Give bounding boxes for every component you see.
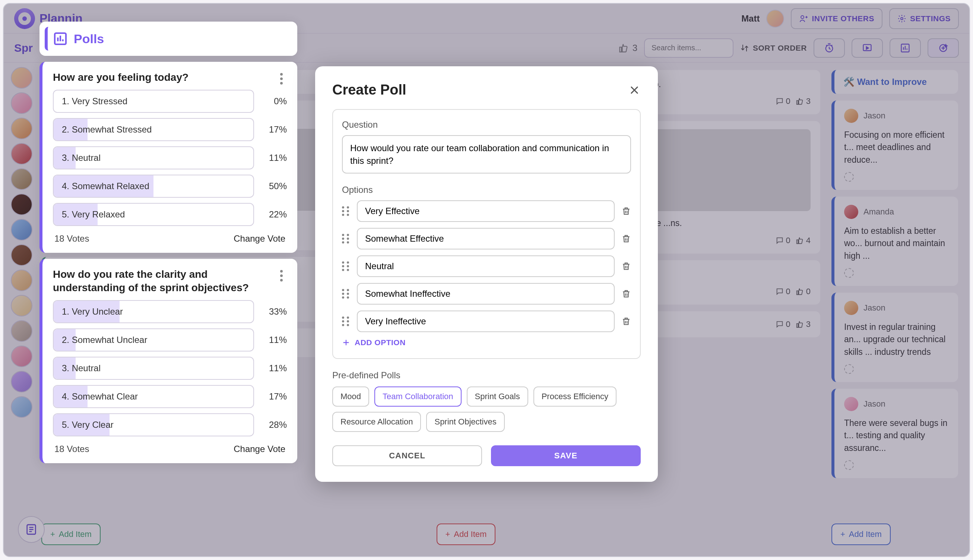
question-label: Question bbox=[342, 120, 631, 130]
delete-option-button[interactable] bbox=[621, 289, 631, 298]
options-label: Options bbox=[342, 185, 631, 195]
save-button[interactable]: SAVE bbox=[491, 445, 641, 466]
modal-title: Create Poll bbox=[332, 82, 406, 98]
delete-option-button[interactable] bbox=[621, 262, 631, 271]
create-poll-modal: Create Poll Question Options ADD OPTIO bbox=[315, 66, 658, 482]
drag-handle-icon[interactable] bbox=[342, 234, 350, 243]
add-option-button[interactable]: ADD OPTION bbox=[342, 338, 631, 347]
trash-icon bbox=[621, 262, 631, 271]
option-row bbox=[342, 283, 631, 305]
drag-handle-icon[interactable] bbox=[342, 262, 350, 271]
trash-icon bbox=[621, 206, 631, 216]
trash-icon bbox=[621, 234, 631, 243]
option-input[interactable] bbox=[357, 228, 615, 250]
option-input[interactable] bbox=[357, 310, 615, 332]
predefined-poll-chip[interactable]: Process Efficiency bbox=[533, 387, 616, 407]
predefined-poll-chip[interactable]: Mood bbox=[332, 387, 369, 407]
predefined-poll-chip[interactable]: Sprint Objectives bbox=[426, 412, 504, 432]
option-input[interactable] bbox=[357, 283, 615, 305]
plus-icon bbox=[342, 338, 350, 347]
trash-icon bbox=[621, 317, 631, 326]
delete-option-button[interactable] bbox=[621, 234, 631, 243]
modal-overlay: Create Poll Question Options ADD OPTIO bbox=[4, 4, 969, 556]
option-input[interactable] bbox=[357, 200, 615, 222]
drag-handle-icon[interactable] bbox=[342, 289, 350, 298]
drag-handle-icon[interactable] bbox=[342, 317, 350, 326]
close-button[interactable] bbox=[628, 84, 641, 97]
option-row bbox=[342, 228, 631, 250]
predefined-poll-chip[interactable]: Sprint Goals bbox=[467, 387, 528, 407]
option-row bbox=[342, 200, 631, 222]
option-input[interactable] bbox=[357, 255, 615, 277]
predefined-poll-chip[interactable]: Resource Allocation bbox=[332, 412, 421, 432]
question-input[interactable] bbox=[342, 135, 631, 173]
predefined-poll-chip[interactable]: Team Collaboration bbox=[374, 387, 462, 407]
drag-handle-icon[interactable] bbox=[342, 206, 350, 216]
delete-option-button[interactable] bbox=[621, 317, 631, 326]
option-row bbox=[342, 310, 631, 332]
delete-option-button[interactable] bbox=[621, 206, 631, 216]
predefined-label: Pre-defined Polls bbox=[332, 370, 641, 380]
option-row bbox=[342, 255, 631, 277]
trash-icon bbox=[621, 289, 631, 298]
cancel-button[interactable]: CANCEL bbox=[332, 445, 482, 466]
